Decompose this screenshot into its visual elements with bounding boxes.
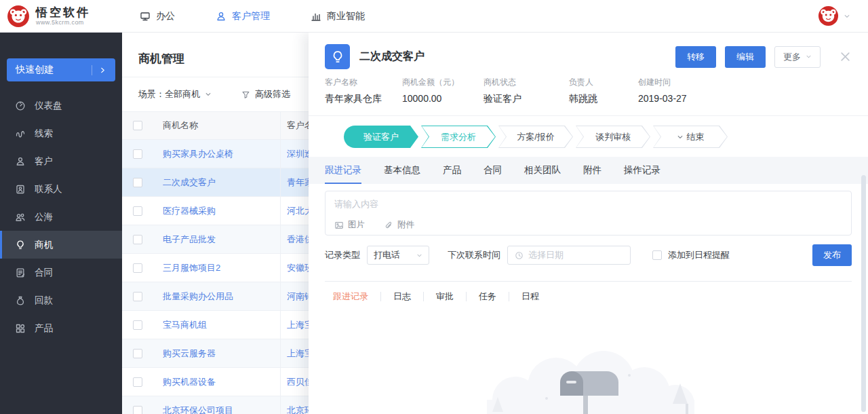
sidebar-item-contracts[interactable]: 合同: [0, 259, 122, 286]
stage-label: 验证客户: [363, 131, 399, 143]
row-checkbox[interactable]: [133, 149, 142, 159]
dashboard-icon: [15, 100, 26, 111]
advanced-filter-button[interactable]: 高级筛选: [241, 88, 290, 100]
stage-negotiation-review[interactable]: 谈判审核: [576, 126, 650, 148]
monkey-avatar-icon: [818, 5, 839, 26]
detail-tab-follow-record[interactable]: 跟进记录: [325, 157, 361, 184]
detail-scrollbar[interactable]: [861, 175, 866, 412]
date-placeholder: 选择日期: [528, 249, 564, 261]
opportunity-link[interactable]: 北京环保公司项目: [163, 404, 233, 414]
row-checkbox[interactable]: [133, 292, 142, 301]
detail-tab-label: 合同: [484, 164, 502, 176]
brand[interactable]: 悟空软件 www.5kcrm.com: [0, 5, 123, 28]
feed-tab-follow-record[interactable]: 跟进记录: [325, 292, 380, 301]
opportunity-link[interactable]: 二次成交客户: [163, 176, 216, 189]
detail-tab-contract[interactable]: 合同: [484, 157, 502, 184]
record-type-select[interactable]: 打电话: [367, 246, 429, 265]
sidebar-item-opportunities[interactable]: 商机: [0, 231, 122, 259]
opportunity-link[interactable]: 购买家具办公桌椅: [163, 148, 233, 160]
detail-tab-related-team[interactable]: 相关团队: [524, 157, 561, 184]
more-button[interactable]: 更多: [774, 46, 821, 68]
nav-item-label: 商业智能: [327, 10, 365, 22]
column-header-name[interactable]: 商机名称: [163, 112, 281, 139]
detail-header: 二次成交客户 转移 编辑 更多: [309, 33, 868, 69]
detail-tab-label: 相关团队: [524, 164, 561, 176]
feed-tab-log[interactable]: 日志: [380, 292, 423, 301]
scene-selector[interactable]: 场景：全部商机: [138, 88, 212, 100]
sidebar-item-label: 产品: [35, 322, 53, 335]
close-icon[interactable]: [839, 50, 852, 63]
opportunity-link[interactable]: 宝马商机组: [163, 319, 207, 331]
nav-item-bi[interactable]: 商业智能: [311, 10, 365, 22]
stage-finish[interactable]: 结束: [653, 126, 728, 148]
feed-tab-task[interactable]: 任务: [466, 292, 509, 301]
row-checkbox[interactable]: [133, 178, 142, 187]
detail-tab-operation-log[interactable]: 操作记录: [624, 157, 660, 184]
row-checkbox[interactable]: [133, 349, 142, 358]
nav-item-crm[interactable]: 客户管理: [216, 10, 270, 22]
opportunity-link[interactable]: 购买机器设备: [163, 376, 216, 388]
leads-icon: [15, 128, 26, 139]
sidebar-item-label: 线索: [35, 128, 53, 140]
opportunity-link[interactable]: 电子产品批发: [163, 233, 216, 246]
empty-state-illustration: [473, 344, 704, 414]
detail-field: 负责人 韩跳跳: [569, 77, 638, 105]
edit-button[interactable]: 编辑: [725, 46, 766, 68]
opportunity-avatar: [325, 44, 350, 69]
detail-tab-label: 跟进记录: [325, 164, 361, 176]
opportunity-link[interactable]: 医疗器械采购: [163, 205, 216, 217]
sidebar-item-pool[interactable]: 公海: [0, 203, 122, 231]
row-checkbox[interactable]: [133, 206, 142, 216]
opportunity-link[interactable]: 三月服饰项目2: [163, 262, 220, 274]
detail-tab-bar: 跟进记录 基本信息 产品 合同 相关团队 附件 操作记录: [309, 157, 868, 184]
schedule-reminder-checkbox[interactable]: [652, 250, 662, 260]
monkey-logo-icon: [7, 5, 30, 28]
sidebar-item-customers[interactable]: 客户: [0, 147, 122, 175]
caret-down-icon: [205, 91, 212, 98]
sidebar-item-payments[interactable]: 回款: [0, 286, 122, 314]
brand-name: 悟空软件: [36, 7, 90, 19]
schedule-reminder-option[interactable]: 添加到日程提醒: [652, 249, 730, 261]
brand-url: www.5kcrm.com: [36, 19, 90, 26]
stage-demand-analysis[interactable]: 需求分析: [421, 126, 496, 148]
top-navbar: 悟空软件 www.5kcrm.com 办公 客户管理 商业智能: [0, 0, 868, 33]
row-checkbox[interactable]: [133, 263, 142, 273]
user-menu[interactable]: [818, 5, 868, 26]
stage-plan-quote[interactable]: 方案/报价: [498, 126, 573, 148]
opportunity-link[interactable]: 批量采购办公用品: [163, 290, 233, 303]
transfer-button[interactable]: 转移: [675, 46, 716, 68]
caret-down-icon: [806, 54, 812, 60]
row-checkbox[interactable]: [133, 320, 142, 330]
sidebar-item-contacts[interactable]: 联系人: [0, 175, 122, 203]
detail-fields: 客户名称 青年家具仓库 商机金额（元） 10000.00 商机状态 验证客户 负…: [309, 69, 868, 116]
row-checkbox[interactable]: [133, 377, 142, 387]
stage-label: 谈判审核: [595, 131, 631, 143]
detail-tab-product[interactable]: 产品: [443, 157, 461, 184]
sidebar-item-dashboard[interactable]: 仪表盘: [0, 92, 122, 119]
feed-tab-approval[interactable]: 审批: [423, 292, 466, 301]
feed-tab-schedule[interactable]: 日程: [509, 292, 551, 301]
sidebar-item-products[interactable]: 产品: [0, 314, 122, 342]
opportunity-link[interactable]: 购买云服务器: [163, 347, 216, 360]
follow-up-composer[interactable]: 请输入内容 图片 附件: [325, 191, 852, 236]
monitor-icon: [140, 11, 151, 22]
detail-tab-attachment[interactable]: 附件: [583, 157, 601, 184]
activity-feed: 跟进记录 日志 审批 任务 日程: [325, 281, 852, 301]
customer-icon: [15, 156, 26, 167]
row-checkbox[interactable]: [133, 406, 142, 414]
nav-item-office[interactable]: 办公: [140, 10, 175, 22]
select-all-checkbox[interactable]: [133, 121, 142, 130]
stage-verify-customer[interactable]: 验证客户: [344, 126, 418, 148]
field-value: 青年家具仓库: [325, 93, 402, 105]
row-checkbox[interactable]: [133, 235, 142, 244]
feed-tab-label: 任务: [479, 291, 496, 301]
detail-tab-basic-info[interactable]: 基本信息: [384, 157, 420, 184]
quick-create-button[interactable]: 快速创建: [7, 58, 115, 81]
next-contact-date-input[interactable]: 选择日期: [507, 246, 631, 265]
add-image-button[interactable]: 图片: [334, 219, 365, 231]
sidebar-item-label: 合同: [35, 267, 53, 279]
add-attachment-button[interactable]: 附件: [384, 219, 414, 231]
pool-icon: [15, 212, 26, 223]
publish-button[interactable]: 发布: [812, 244, 852, 266]
sidebar-item-leads[interactable]: 线索: [0, 119, 122, 147]
